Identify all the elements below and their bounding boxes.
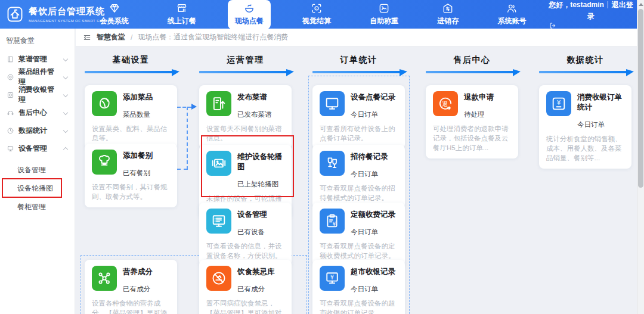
chevron-up-icon [63,147,68,152]
monitor-yen-icon: ¥ [320,266,345,291]
main-content: 基础设置 运营管理 订单统计 售后中心 数据统计 添加菜品 菜品数量 设置菜类、… [76,46,644,314]
column-title: 运营管理 [199,55,292,66]
chevron-down-icon [63,74,68,79]
sidebar-item-cashier-mgmt[interactable]: 消费收银管理 [0,86,75,104]
card-title: 消费收银订单统计 [577,91,624,113]
warehouse-arrows-icon [442,2,454,14]
sidebar-item-aftersale-center[interactable]: 售后中心 [0,104,75,122]
sidebar-item-menu-mgmt[interactable]: 菜谱管理 [0,50,75,68]
sidebar: 智慧食堂 菜谱管理 菜品组件管理 消费收银管理 售后中心 数据统计 设备管理 设… [0,29,75,314]
breadcrumb-root[interactable]: 智慧食堂 [97,32,125,42]
card-title: 发布菜谱 [237,91,272,102]
column-title: 数据统计 [539,55,631,66]
sidebar-item-dish-component-mgmt[interactable]: 菜品组件管理 [0,68,75,86]
card-subtitle: 已有餐别 [123,169,153,178]
chef-hat-icon [92,150,117,175]
card-subtitle: 今日订单 [351,170,388,179]
card-device-mgmt[interactable]: 设备管理 已有设备 可查看设备的信息，并设置设备名称，方便识别。 [199,203,292,266]
card-add-meal-type[interactable]: 添加餐别 已有餐别 设置不同餐别，其订餐规则、取餐方式等。 [85,144,177,207]
nav-label: 视觉结算 [302,16,331,26]
scrollbar-thumb[interactable] [638,9,643,188]
card-title: 添加餐别 [123,150,153,161]
sidebar-title: 智慧食堂 [0,29,75,50]
column-header-basic-settings: 基础设置 [85,55,177,73]
card-refund-request[interactable]: 退 退款申请 待处理 可处理消费者的退款申请记录，包括设备点餐及云餐厅H5上的订… [426,85,518,158]
nav-label: 现场点餐 [235,16,264,26]
card-title: 饮食禁忌库 [237,266,275,277]
sidebar-item-label: 消费收银管理 [18,85,60,105]
gem-icon [109,2,120,14]
sidebar-item-label: 售后中心 [18,108,60,118]
card-description: 可查看双屏点餐设备的招待餐模式的订单记录。 [320,184,398,203]
svg-text:¥: ¥ [557,99,561,106]
breadcrumb-separator: / [131,33,132,42]
card-add-dish[interactable]: 添加菜品 菜品数量 设置菜类、配料、菜品信息等。 [85,85,177,149]
connector-line [177,107,191,108]
nav-onsite-order[interactable]: 现场点餐 [228,0,271,29]
nav-label: 进销存 [437,16,459,26]
column-header-order-stats: 订单统计 [312,55,405,73]
scale-icon [378,2,390,14]
nav-member-system[interactable]: 会员系统 [93,0,136,29]
card-reception-meal-record[interactable]: 招待餐记录 今日订单 可查看双屏点餐设备的招待餐模式的订单记录。 [312,145,405,209]
clipboard-yen-icon: ¥ [320,209,345,234]
sidebar-item-device-mgmt[interactable]: 设备管理 [0,139,75,157]
sidebar-subitem-device-mgmt[interactable]: 设备管理 [0,161,75,179]
headset-icon [7,109,14,117]
carousel-icon [206,151,231,176]
card-subtitle: 今日订单 [577,120,624,129]
component-icon [7,73,14,81]
column-header-data-stats: 数据统计 [539,55,631,73]
nav-self-weighing[interactable]: 自助称重 [363,0,405,29]
chevron-down-icon [63,92,68,97]
user-greeting: 您好，testadmin [549,1,604,9]
page-scrollbar[interactable] [637,0,644,314]
breadcrumb-current: 现场点餐：通过食堂现场智能终端进行点餐消费 [138,32,288,42]
card-nutrition[interactable]: 营养成分 已有成分 设置各种食物的营养成分，【菜品管理】里可添加对应的食物及分.… [85,260,177,314]
card-title: 维护设备轮播图 [237,151,284,172]
card-fixed-fee-record[interactable]: ¥ 定额收费记录 今日订单 可查看双屏点餐设备的定额收费模式的订单记录。 [312,203,405,266]
logout-icon[interactable] [547,22,634,29]
scroll-up-arrow-icon [639,3,643,6]
sidebar-item-data-stats[interactable]: 数据统计 [0,122,75,139]
nav-label: 自助称重 [370,16,398,26]
sidebar-subitem-device-carousel[interactable]: 设备轮播图 [0,179,75,198]
connector-line [177,169,187,170]
card-subtitle: 已发布菜谱 [237,110,272,119]
card-device-order-record[interactable]: 设备点餐记录 今日订单 可查看所有硬件设备上的点餐订单记录。 [312,85,405,149]
card-cashier-order-stats[interactable]: ¥ 消费收银订单统计 今日订单 统计分析食堂的销售额、成本、用餐人数、及各菜品销… [539,85,631,169]
bowl-order-icon [243,2,255,14]
clock-stats-icon [7,127,14,135]
nav-online-order[interactable]: 线上订餐 [160,0,203,29]
collapse-menu-icon[interactable] [83,33,91,42]
card-title: 退款申请 [464,91,494,102]
divider [608,1,608,8]
topbar: 餐饮后台管理系统 MANAGEMENT SYSTEM OF SMART CANT… [0,0,644,29]
card-supermarket-cashier-record[interactable]: ¥ 超市收银记录 今日订单 可查看双屏点餐设备的超市收银的订单记录。 [312,260,405,314]
card-title: 超市收银记录 [351,266,395,277]
column-title: 订单统计 [312,55,405,66]
card-description: 设置菜类、配料、菜品信息等。 [92,124,170,143]
nav-system-account[interactable]: 系统账号 [490,0,533,29]
sidebar-item-label: 设备管理 [18,144,60,154]
users-icon [506,2,518,14]
column-header-operation: 运营管理 [199,55,292,73]
nav-visual-checkout[interactable]: 视觉结算 [295,0,338,29]
header-arrow-bar [199,71,292,73]
chevron-down-icon [63,128,68,133]
card-subtitle: 已有设备 [237,228,267,237]
chevron-down-icon [63,57,68,61]
wine-glasses-icon [320,151,345,176]
card-subtitle: 今日订单 [351,110,395,119]
card-publish-menu[interactable]: 发布菜谱 已发布菜谱 设置每天不同餐别的菜谱信息。 [199,85,292,149]
monitor-icon [320,91,345,116]
card-description: 设置每天不同餐别的菜谱信息。 [206,124,284,143]
nav-inventory[interactable]: 进销存 [430,0,466,29]
card-diet-taboo[interactable]: 饮食禁忌库 已有成分 置不同病症饮食禁忌，【菜品管理】里可添加对应的。 [199,260,292,314]
scrollbar-up-button[interactable] [637,0,644,8]
card-description: 置不同病症饮食禁忌，【菜品管理】里可添加对应的。 [206,299,284,314]
card-subtitle: 已上架轮播图 [237,180,284,189]
sidebar-subitem-cabinet-mgmt[interactable]: 餐柜管理 [0,198,75,216]
svg-text:退: 退 [442,101,448,107]
header-arrow-bar [539,71,631,73]
